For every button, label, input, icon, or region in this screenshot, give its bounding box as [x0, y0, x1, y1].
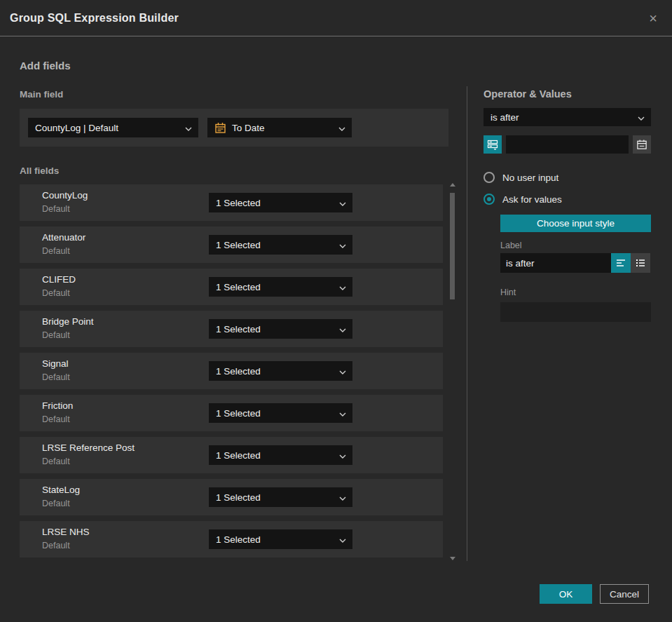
dialog-title: Group SQL Expression Builder: [10, 12, 179, 25]
chevron-down-icon: [638, 111, 645, 123]
calendar-icon: [636, 139, 647, 150]
field-selected-dropdown[interactable]: 1 Selected: [209, 403, 352, 423]
dialog-titlebar: Group SQL Expression Builder ×: [0, 0, 672, 36]
operator-select-value: is after: [491, 112, 519, 123]
chevron-down-icon: [339, 407, 346, 419]
chevron-down-icon: [338, 121, 345, 134]
all-fields-label: All fields: [20, 165, 59, 176]
field-row: LRSE NHS Default 1 Selected: [20, 521, 443, 557]
field-row: Bridge Point Default 1 Selected: [20, 311, 443, 347]
stacked-values-icon: [487, 139, 498, 150]
radio-no-user-input-label: No user input: [502, 173, 558, 183]
field-selected-value: 1 Selected: [216, 198, 261, 208]
value-input[interactable]: [506, 135, 629, 154]
chevron-down-icon: [339, 196, 346, 209]
label-input-row: [500, 253, 651, 273]
value-input-row: [484, 135, 651, 154]
field-selected-value: 1 Selected: [216, 450, 261, 461]
main-field-select[interactable]: CountyLog | Default: [28, 118, 198, 137]
field-selected-dropdown[interactable]: 1 Selected: [209, 277, 352, 297]
field-selected-dropdown[interactable]: 1 Selected: [209, 319, 352, 339]
chevron-down-icon: [339, 533, 346, 546]
label-input[interactable]: [500, 253, 611, 273]
main-field-label: Main field: [20, 89, 63, 100]
radio-checked-icon: [484, 194, 495, 205]
hint-input[interactable]: [500, 302, 651, 322]
field-selected-value: 1 Selected: [216, 492, 261, 503]
list-input-style-button[interactable]: [631, 253, 650, 273]
radio-ask-for-values[interactable]: Ask for values: [484, 194, 651, 205]
label-field-label: Label: [500, 241, 651, 250]
hint-field-label: Hint: [500, 288, 651, 297]
cancel-button[interactable]: Cancel: [600, 584, 649, 604]
date-type-select[interactable]: To Date: [207, 118, 352, 137]
field-selected-value: 1 Selected: [216, 366, 261, 377]
field-selected-value: 1 Selected: [216, 240, 261, 250]
chevron-down-icon: [339, 280, 346, 293]
close-icon[interactable]: ×: [645, 11, 661, 26]
field-selected-value: 1 Selected: [216, 282, 261, 292]
calendar-icon: [214, 122, 226, 134]
radio-no-user-input[interactable]: No user input: [484, 172, 651, 183]
field-row: LRSE Reference Post Default 1 Selected: [20, 437, 443, 473]
date-type-select-value: To Date: [232, 123, 265, 133]
scroll-down-icon[interactable]: [450, 557, 455, 560]
field-selected-dropdown[interactable]: 1 Selected: [209, 235, 352, 255]
radio-ask-for-values-label: Ask for values: [502, 194, 562, 205]
ok-button[interactable]: OK: [540, 584, 592, 604]
field-selected-dropdown[interactable]: 1 Selected: [209, 445, 352, 465]
field-row: CountyLog Default 1 Selected: [20, 184, 443, 221]
fields-scrollbar[interactable]: [448, 183, 457, 560]
field-row: StateLog Default 1 Selected: [20, 479, 443, 515]
main-field-box: CountyLog | Default To Date: [20, 109, 448, 147]
chevron-down-icon: [339, 491, 346, 503]
chevron-down-icon: [185, 121, 192, 134]
bullet-list-icon: [635, 257, 646, 269]
field-row: CLIFED Default 1 Selected: [20, 269, 443, 305]
panel-divider: [467, 86, 467, 561]
chevron-down-icon: [339, 365, 346, 377]
radio-icon: [484, 172, 495, 183]
chevron-down-icon: [339, 449, 346, 461]
field-selected-value: 1 Selected: [216, 324, 261, 334]
operator-values-panel: Operator & Values is after: [484, 88, 651, 322]
align-left-icon: [615, 257, 626, 269]
chevron-down-icon: [339, 323, 346, 335]
single-input-style-button[interactable]: [611, 253, 631, 273]
date-picker-button[interactable]: [633, 135, 651, 154]
field-selected-dropdown[interactable]: 1 Selected: [209, 361, 352, 381]
field-selected-dropdown[interactable]: 1 Selected: [209, 487, 352, 507]
operator-select[interactable]: is after: [484, 108, 651, 126]
stacked-values-button[interactable]: [484, 135, 502, 154]
field-row: Signal Default 1 Selected: [20, 353, 443, 389]
field-row: Friction Default 1 Selected: [20, 395, 443, 431]
operator-values-heading: Operator & Values: [484, 88, 651, 100]
scroll-up-icon[interactable]: [450, 183, 455, 187]
main-field-select-value: CountyLog | Default: [35, 123, 118, 133]
field-selected-dropdown[interactable]: 1 Selected: [209, 529, 352, 549]
all-fields-list: CountyLog Default 1 Selected Attenuator …: [20, 184, 443, 563]
field-selected-value: 1 Selected: [216, 534, 261, 545]
chevron-down-icon: [339, 238, 346, 251]
scrollbar-thumb[interactable]: [450, 193, 455, 299]
ask-values-options: Choose input style Label: [500, 215, 651, 322]
field-selected-value: 1 Selected: [216, 408, 261, 419]
field-row: Attenuator Default 1 Selected: [20, 227, 443, 263]
choose-input-style-button[interactable]: Choose input style: [500, 215, 651, 232]
field-selected-dropdown[interactable]: 1 Selected: [209, 193, 352, 212]
add-fields-heading: Add fields: [20, 60, 71, 72]
